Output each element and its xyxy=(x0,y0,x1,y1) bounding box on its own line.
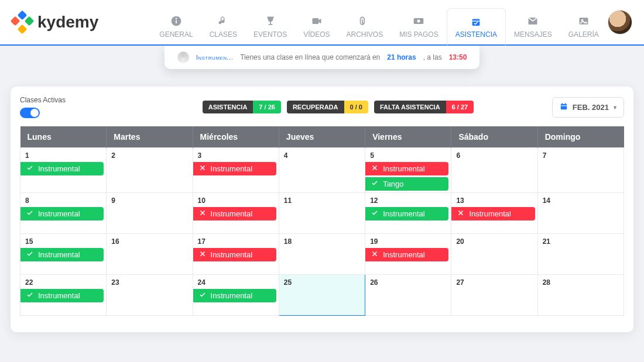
calendar-day-cell[interactable]: 24Instrumental xyxy=(193,275,279,316)
svg-rect-9 xyxy=(472,20,480,21)
calendar-event[interactable]: Tango xyxy=(365,177,448,191)
calendar-event[interactable]: Instrumental xyxy=(193,207,276,220)
day-number: 28 xyxy=(538,275,624,288)
calendar-day-cell[interactable]: 23 xyxy=(107,275,193,316)
calendar-day-cell[interactable]: 22Instrumental xyxy=(20,275,107,316)
nav-clases[interactable]: CLASES xyxy=(201,7,245,44)
calendar-day-cell[interactable]: 21 xyxy=(537,234,624,275)
calendar-day-cell[interactable]: 7 xyxy=(537,148,624,193)
event-title: Instrumental xyxy=(383,209,425,218)
day-number: 26 xyxy=(365,275,451,288)
calendar-day-cell[interactable]: 5InstrumentalTango xyxy=(365,148,451,193)
calendar-grid: LunesMartesMiércolesJuevesViernesSábadoD… xyxy=(20,126,624,316)
day-number: 9 xyxy=(107,193,192,206)
calendar-day-cell[interactable]: 12Instrumental xyxy=(365,193,451,234)
notice-pre: Tienes una clase en línea que comenzará … xyxy=(240,53,380,61)
calendar-day-cell[interactable]: 19Instrumental xyxy=(365,234,451,275)
calendar-day-cell[interactable]: 15Instrumental xyxy=(20,234,107,275)
nav-asistencia[interactable]: ASISTENCIA xyxy=(447,8,506,46)
day-number: 27 xyxy=(451,275,537,288)
nav-eventos[interactable]: EVENTOS xyxy=(245,7,295,44)
active-classes-toggle[interactable] xyxy=(20,108,40,118)
badge-value: 0 / 0 xyxy=(344,101,368,113)
status-badge: RECUPERADA0 / 0 xyxy=(287,101,368,113)
calendar-header-cell: Lunes xyxy=(20,126,107,148)
nav-label: EVENTOS xyxy=(254,30,287,39)
calendar-day-cell[interactable]: 18 xyxy=(279,234,365,275)
calendar-day-cell[interactable]: 2 xyxy=(107,148,193,193)
calendar-day-cell[interactable]: 3Instrumental xyxy=(193,148,279,193)
nav-galeria[interactable]: GALERÍA xyxy=(560,7,607,44)
calendar-day-cell[interactable]: 13Instrumental xyxy=(451,193,537,234)
calendar-event[interactable]: Instrumental xyxy=(20,289,104,302)
day-number: 3 xyxy=(193,148,279,161)
calendar-day-cell[interactable]: 14 xyxy=(537,193,624,234)
calendar-event[interactable]: Instrumental xyxy=(365,162,448,175)
top-navigation: kydemy GENERALCLASESEVENTOSVÍDEOSARCHIVO… xyxy=(0,0,644,46)
calendar-day-cell[interactable]: 8Instrumental xyxy=(20,193,107,234)
calendar-day-cell[interactable]: 20 xyxy=(451,234,537,275)
calendar-day-cell[interactable]: 11 xyxy=(279,193,365,234)
calendar-event[interactable]: Instrumental xyxy=(365,248,448,261)
day-number: 18 xyxy=(279,234,365,247)
nav-label: MIS PAGOS xyxy=(399,30,438,39)
calendar-day-cell[interactable]: 6 xyxy=(451,148,537,193)
calendar-event[interactable]: Instrumental xyxy=(20,162,104,175)
svg-rect-8 xyxy=(472,19,480,26)
month-picker[interactable]: FEB. 2021 ▾ xyxy=(552,97,624,118)
event-title: Instrumental xyxy=(211,291,253,300)
nav-mispagos[interactable]: MIS PAGOS xyxy=(391,7,446,44)
nav-archivos[interactable]: ARCHIVOS xyxy=(338,7,392,44)
calendar-header-cell: Miércoles xyxy=(193,126,279,148)
svg-rect-1 xyxy=(176,20,177,23)
calendar-day-cell[interactable]: 16 xyxy=(107,234,193,275)
calendar-header-cell: Viernes xyxy=(365,126,451,148)
svg-rect-5 xyxy=(312,18,318,24)
calendar-day-cell[interactable]: 26 xyxy=(365,275,451,316)
calendar-event[interactable]: Instrumental xyxy=(193,289,276,302)
day-number: 8 xyxy=(20,193,106,206)
brand-text: kydemy xyxy=(37,13,98,32)
brand-logo[interactable]: kydemy xyxy=(12,12,98,33)
badge-label: RECUPERADA xyxy=(287,101,344,113)
calendar-event[interactable]: Instrumental xyxy=(20,207,104,220)
event-title: Instrumental xyxy=(38,164,80,173)
month-label: FEB. 2021 xyxy=(573,103,609,112)
day-number: 6 xyxy=(451,148,537,161)
calendar-day-cell[interactable]: 27 xyxy=(451,275,537,316)
status-badges: ASISTENCIA7 / 26RECUPERADA0 / 0FALTA ASI… xyxy=(203,101,474,113)
day-number: 24 xyxy=(193,275,279,288)
check-icon xyxy=(26,164,33,173)
day-number: 7 xyxy=(538,148,624,161)
nav-videos[interactable]: VÍDEOS xyxy=(295,7,338,44)
calendar-day-cell[interactable]: 4 xyxy=(279,148,365,193)
calendar-event[interactable]: Instrumental xyxy=(193,248,276,261)
event-title: Instrumental xyxy=(211,164,253,173)
calendar-day-cell[interactable]: 1Instrumental xyxy=(20,148,107,193)
nav-label: GALERÍA xyxy=(568,30,599,39)
calendar-event[interactable]: Instrumental xyxy=(365,207,448,220)
active-classes-toggle-block: Clases Activas xyxy=(20,96,66,118)
calendar-day-cell[interactable]: 17Instrumental xyxy=(193,234,279,275)
nav-general[interactable]: GENERAL xyxy=(151,7,201,44)
event-title: Instrumental xyxy=(211,250,253,259)
calendar-event[interactable]: Instrumental xyxy=(451,207,535,220)
calendar-header-cell: Jueves xyxy=(279,126,365,148)
calendar-header-cell: Martes xyxy=(107,126,193,148)
calendar-day-cell[interactable]: 28 xyxy=(537,275,624,316)
calendar-day-cell[interactable]: 25 xyxy=(279,275,365,316)
svg-rect-14 xyxy=(561,103,563,105)
avatar[interactable] xyxy=(608,10,632,35)
svg-point-2 xyxy=(176,18,177,19)
calendar-day-cell[interactable]: 9 xyxy=(107,193,193,234)
x-icon xyxy=(199,250,206,259)
calendar-day-cell[interactable]: 10Instrumental xyxy=(193,193,279,234)
toggle-label: Clases Activas xyxy=(20,96,66,104)
attendance-panel: Clases Activas ASISTENCIA7 / 26RECUPERAD… xyxy=(11,87,633,332)
nav-mensajes[interactable]: MENSAJES xyxy=(506,7,560,44)
calendar-event[interactable]: Instrumental xyxy=(20,248,104,261)
upcoming-class-notice[interactable]: Instrumen... Tienes una clase en línea q… xyxy=(165,46,480,69)
calendar-event[interactable]: Instrumental xyxy=(193,162,276,175)
x-icon xyxy=(457,209,464,218)
day-number: 1 xyxy=(20,148,106,161)
